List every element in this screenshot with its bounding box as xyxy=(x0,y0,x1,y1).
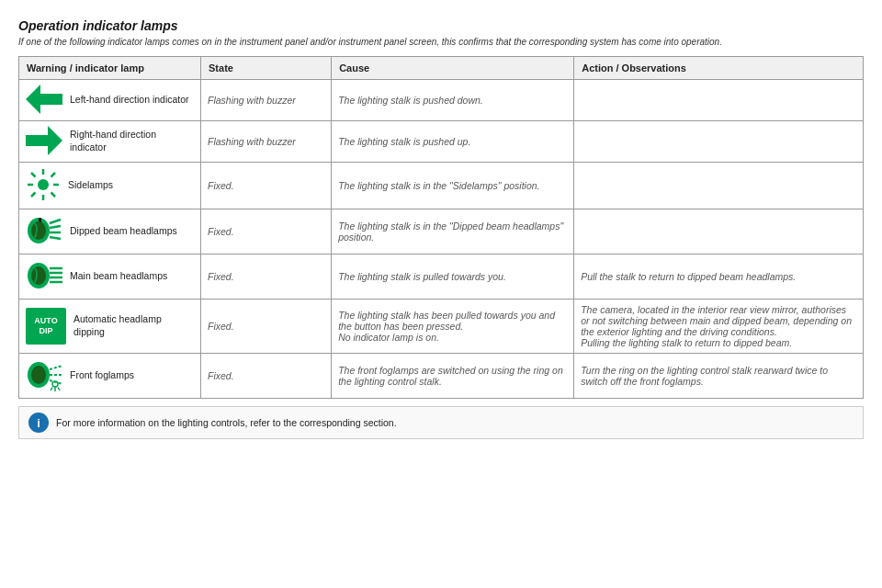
action-cell: Turn the ring on the lighting control st… xyxy=(574,354,864,399)
info-bar: i For more information on the lighting c… xyxy=(18,406,864,439)
cause-cell: The lighting stalk is pulled towards you… xyxy=(332,254,574,300)
warning-lamp-cell: AUTODIP Automatic headlamp dipping xyxy=(19,300,201,354)
arrow-right-icon xyxy=(26,126,62,157)
svg-line-31 xyxy=(51,388,52,391)
table-row: Right-hand direction indicatorFlashing w… xyxy=(19,121,864,163)
arrow-left-icon xyxy=(26,85,62,116)
sidelamp-icon xyxy=(26,167,61,204)
action-cell: The camera, located in the interior rear… xyxy=(574,300,864,354)
state-text: Fixed. xyxy=(208,226,234,237)
col-header-cause: Cause xyxy=(332,57,574,80)
action-cell xyxy=(574,121,864,163)
state-cell: Fixed. xyxy=(201,254,332,300)
page-subtitle: If one of the following indicator lamps … xyxy=(18,37,864,47)
cause-cell: The lighting stalk is in the "Dipped bea… xyxy=(332,209,574,254)
svg-point-25 xyxy=(31,366,46,384)
cause-text: The lighting stalk is pulled towards you… xyxy=(338,271,506,282)
svg-line-8 xyxy=(51,193,56,198)
lamp-label: Left-hand direction indicator xyxy=(70,94,189,107)
table-row: AUTODIP Automatic headlamp dippingFixed.… xyxy=(19,300,864,354)
lamp-label: Sidelamps xyxy=(68,179,113,192)
page-title: Operation indicator lamps xyxy=(18,18,864,33)
svg-line-32 xyxy=(58,388,60,391)
state-cell: Flashing with buzzer xyxy=(201,121,332,163)
svg-line-16 xyxy=(50,237,61,239)
svg-point-17 xyxy=(31,221,46,240)
state-text: Flashing with buzzer xyxy=(208,95,296,106)
cause-cell: The lighting stalk is in the "Sidelamps"… xyxy=(332,163,574,209)
state-text: Fixed. xyxy=(208,180,234,191)
lamp-label: Main beam headlamps xyxy=(70,270,167,283)
warning-lamp-cell: Front foglamps xyxy=(19,354,201,399)
state-cell: Fixed. xyxy=(201,300,332,354)
state-text: Fixed. xyxy=(208,321,234,332)
warning-lamp-cell: Sidelamps xyxy=(19,163,201,209)
table-row: Front foglampsFixed.The front foglamps a… xyxy=(19,354,864,399)
cause-text: The lighting stalk is in the "Sidelamps"… xyxy=(338,180,539,191)
action-text: The camera, located in the interior rear… xyxy=(581,304,852,348)
svg-marker-0 xyxy=(26,85,62,114)
state-cell: Fixed. xyxy=(201,209,332,254)
col-header-state: State xyxy=(201,57,332,80)
warning-lamp-cell: Dipped beam headlamps xyxy=(19,209,201,254)
warning-lamp-cell: Left-hand direction indicator xyxy=(19,80,201,121)
main-beam-icon xyxy=(26,259,62,294)
table-row: Dipped beam headlampsFixed.The lighting … xyxy=(19,209,864,254)
action-cell: Pull the stalk to return to dipped beam … xyxy=(574,254,864,300)
svg-line-14 xyxy=(50,226,61,228)
state-cell: Fixed. xyxy=(201,163,332,209)
svg-point-23 xyxy=(31,266,46,285)
dipped-icon xyxy=(26,214,62,249)
state-text: Fixed. xyxy=(208,271,234,282)
cause-text: The lighting stalk is in the "Dipped bea… xyxy=(338,220,563,243)
info-text: For more information on the lighting con… xyxy=(56,417,397,428)
state-cell: Fixed. xyxy=(201,354,332,399)
warning-lamp-cell: Main beam headlamps xyxy=(19,254,201,300)
cause-cell: The lighting stalk has been pulled towar… xyxy=(332,300,574,354)
lamp-label: Dipped beam headlamps xyxy=(70,225,177,238)
state-text: Fixed. xyxy=(208,370,234,381)
warning-lamp-cell: Right-hand direction indicator xyxy=(19,121,201,163)
cause-text: The front foglamps are switched on using… xyxy=(338,365,563,387)
action-cell xyxy=(574,209,864,254)
state-cell: Flashing with buzzer xyxy=(201,80,332,121)
cause-cell: The front foglamps are switched on using… xyxy=(332,354,574,399)
cause-text: The lighting stalk has been pulled towar… xyxy=(338,310,555,343)
action-cell xyxy=(574,80,864,121)
table-row: Main beam headlampsFixed.The lighting st… xyxy=(19,254,864,300)
info-icon: i xyxy=(28,413,49,433)
svg-line-10 xyxy=(31,193,36,198)
indicator-lamps-table: Warning / indicator lamp State Cause Act… xyxy=(18,56,864,399)
table-row: SidelampsFixed.The lighting stalk is in … xyxy=(19,163,864,209)
lamp-label: Right-hand direction indicator xyxy=(70,129,194,153)
svg-line-7 xyxy=(31,173,36,177)
action-cell xyxy=(574,163,864,209)
lamp-label: Automatic headlamp dipping xyxy=(74,313,194,338)
cause-text: The lighting stalk is pushed down. xyxy=(338,95,483,106)
col-header-action: Action / Observations xyxy=(574,57,864,80)
lamp-label: Front foglamps xyxy=(70,369,134,382)
state-text: Flashing with buzzer xyxy=(208,136,296,147)
fog-icon xyxy=(26,358,62,393)
col-header-warning: Warning / indicator lamp xyxy=(19,57,201,80)
svg-line-9 xyxy=(51,173,56,177)
auto-dip-icon: AUTODIP xyxy=(26,308,66,345)
table-row: Left-hand direction indicatorFlashing wi… xyxy=(19,80,864,121)
svg-line-26 xyxy=(50,366,62,369)
cause-cell: The lighting stalk is pushed down. xyxy=(332,80,574,121)
svg-marker-1 xyxy=(26,126,62,155)
svg-point-2 xyxy=(38,179,49,190)
svg-line-13 xyxy=(50,220,61,223)
action-text: Turn the ring on the lighting control st… xyxy=(581,365,828,387)
cause-cell: The lighting stalk is pushed up. xyxy=(332,121,574,163)
action-text: Pull the stalk to return to dipped beam … xyxy=(581,271,796,282)
cause-text: The lighting stalk is pushed up. xyxy=(338,136,470,147)
